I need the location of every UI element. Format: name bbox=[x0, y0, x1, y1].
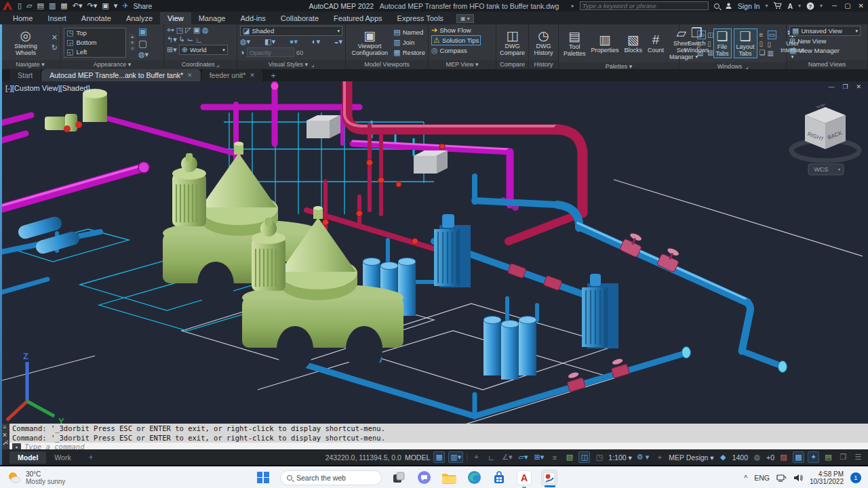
save-as-icon[interactable]: ▥ bbox=[49, 1, 56, 10]
ucs-previous-icon[interactable]: ↰▾ bbox=[167, 35, 177, 44]
command-drag-handle[interactable]: ≡ bbox=[3, 424, 7, 430]
ucs-world-icon[interactable]: ◳ bbox=[176, 26, 183, 35]
document-tab-feeder[interactable]: feeder unit*✕ bbox=[201, 69, 264, 81]
undo-icon[interactable]: ↶▾ bbox=[73, 1, 83, 10]
ucs-origin-icon[interactable]: ↳ bbox=[179, 35, 185, 44]
tab-view[interactable]: View bbox=[160, 12, 191, 24]
account-caret-icon[interactable]: ▾ bbox=[798, 3, 801, 9]
selection-cycling-icon[interactable]: ◫ bbox=[578, 451, 590, 463]
share-icon[interactable]: ✈ bbox=[122, 1, 128, 10]
ucs-suffix[interactable]: +0 bbox=[766, 453, 774, 462]
named-view-combo[interactable]: ▦ Unsaved View ▾ bbox=[789, 26, 861, 36]
isolate-objects-icon[interactable]: ▣ bbox=[138, 26, 149, 37]
visual-style-combo[interactable]: ◪ Shaded ▾ bbox=[240, 26, 342, 36]
tab-manage[interactable]: Manage bbox=[191, 12, 233, 24]
tab-annotate[interactable]: Annotate bbox=[74, 12, 119, 24]
materials-icon[interactable]: ●▾ bbox=[290, 37, 298, 46]
compass-button[interactable]: ◎Compass bbox=[431, 46, 467, 55]
tab-analyze[interactable]: Analyze bbox=[119, 12, 160, 24]
tab-insert[interactable]: Insert bbox=[40, 12, 74, 24]
close-tab2-icon[interactable]: ✕ bbox=[250, 72, 255, 79]
tab-featured-apps[interactable]: Featured Apps bbox=[326, 12, 390, 24]
share-button[interactable]: Share bbox=[133, 2, 152, 10]
appearance-panel-label[interactable]: Appearance ▾ bbox=[61, 60, 163, 69]
dynamic-ucs-icon[interactable]: ◳ bbox=[593, 451, 605, 463]
help-caret-icon[interactable]: ▾ bbox=[820, 3, 823, 9]
shadow-icon[interactable]: ◧▾ bbox=[264, 37, 275, 46]
annotation-add-icon[interactable]: ＋ bbox=[654, 451, 665, 463]
network-icon[interactable] bbox=[776, 474, 787, 482]
view-top-item[interactable]: ◳Top bbox=[64, 28, 125, 38]
tray-chevron-icon[interactable]: ^ bbox=[744, 474, 747, 482]
tile-horizontal-icon[interactable]: ≡ bbox=[760, 31, 766, 39]
file-tabs-toggle[interactable]: ❏File Tabs bbox=[713, 28, 732, 58]
close-tab-icon[interactable]: ✕ bbox=[187, 72, 193, 79]
viewport-close-icon[interactable]: ✕ bbox=[856, 83, 861, 90]
ucs-3point-icon[interactable]: ∟ bbox=[195, 36, 203, 44]
list-scroll-up-icon[interactable]: ▴ bbox=[129, 34, 136, 39]
tab-add-ins[interactable]: Add-ins bbox=[233, 12, 273, 24]
edge-browser-icon[interactable] bbox=[466, 470, 482, 486]
viewport-configuration-button[interactable]: ▣ Viewport Configuration bbox=[349, 28, 391, 57]
customization-menu-icon[interactable]: ☰ bbox=[852, 451, 864, 463]
autodesk-account-icon[interactable]: A bbox=[787, 2, 793, 10]
window-element-icon[interactable]: ▭ bbox=[768, 30, 776, 39]
ortho-icon[interactable]: ∟ bbox=[486, 451, 497, 463]
visual-style-sphere-icon[interactable]: ◍▾ bbox=[240, 37, 250, 46]
search-icon[interactable] bbox=[714, 3, 719, 9]
lighting-icon[interactable]: ◐▾ bbox=[312, 37, 320, 46]
work-layout-tab[interactable]: Work bbox=[46, 451, 79, 464]
viewport-restore-icon[interactable]: ❐ bbox=[842, 83, 848, 90]
autocad-logo-icon[interactable] bbox=[3, 1, 13, 10]
tool-palettes-button[interactable]: ▤Tool Palettes bbox=[561, 29, 588, 58]
save-icon[interactable]: ▤ bbox=[37, 1, 44, 10]
lineweight-icon[interactable]: ≡ bbox=[549, 451, 560, 463]
new-file-icon[interactable]: ▯ bbox=[18, 1, 22, 10]
microsoft-store-icon[interactable] bbox=[491, 470, 507, 486]
solution-tips-button[interactable]: ⚠Solution Tips bbox=[431, 35, 481, 45]
sun-status-icon[interactable]: ◒▾ bbox=[334, 37, 342, 46]
ucs-named-icon[interactable]: ⊞▾ bbox=[167, 45, 177, 54]
annotation-settings-gear-icon[interactable]: ⚙ ▾ bbox=[635, 451, 650, 463]
infer-constraints-icon[interactable]: ⌖ bbox=[471, 451, 482, 463]
tab-home[interactable]: Home bbox=[5, 12, 40, 24]
grid-icon[interactable]: ▦ bbox=[433, 451, 445, 463]
command-close-icon[interactable]: ✕ bbox=[2, 432, 7, 439]
pan-icon[interactable]: ✕ bbox=[52, 33, 58, 42]
performance-icon[interactable]: ▨ bbox=[778, 451, 789, 463]
visual-styles-panel-label[interactable]: Visual Styles ▾ ⌟ bbox=[237, 60, 345, 69]
document-tab-active[interactable]: Autocad MEP Transfe...ank to Buffer tank… bbox=[41, 69, 201, 81]
snap-icon[interactable]: ▥▾ bbox=[448, 451, 463, 463]
app-store-cart-icon[interactable] bbox=[773, 2, 782, 9]
workspace-icon[interactable]: ▣ bbox=[102, 1, 108, 10]
new-layout-button[interactable]: ＋ bbox=[79, 451, 103, 464]
sign-in-caret-icon[interactable]: ▾ bbox=[765, 3, 768, 9]
object-snap-icon[interactable]: ⊞▾ bbox=[533, 451, 546, 463]
weather-widget[interactable]: 30°C Mostly sunny bbox=[0, 470, 244, 485]
steering-wheels-button[interactable]: ◎ Steering Wheels bbox=[3, 28, 49, 57]
qat-customize-icon[interactable]: ▾ bbox=[114, 1, 118, 10]
edge-effects-icon[interactable]: ◍▾ bbox=[138, 50, 149, 59]
language-indicator[interactable]: ENG bbox=[754, 474, 770, 482]
maximize-button[interactable]: ▢ bbox=[844, 2, 850, 9]
taskbar-clock[interactable]: 4:58 PM 10/31/2022 bbox=[810, 470, 844, 485]
elevation-cube-icon[interactable]: ◆ bbox=[717, 451, 729, 463]
task-view-button[interactable] bbox=[391, 470, 407, 486]
tab-collaborate[interactable]: Collaborate bbox=[273, 12, 326, 24]
redo-icon[interactable]: ↷▾ bbox=[87, 1, 98, 10]
new-tab-button[interactable]: ＋ bbox=[269, 70, 277, 81]
list-scroll-more-icon[interactable]: ≡ bbox=[129, 46, 136, 51]
plot-icon[interactable]: ▦ bbox=[60, 1, 67, 10]
viewport-controls-label[interactable]: [-][Custom View][Shaded] bbox=[5, 84, 90, 92]
restore-viewports-button[interactable]: ▦Restore bbox=[393, 48, 425, 57]
volume-icon[interactable] bbox=[793, 474, 803, 482]
dwg-history-button[interactable]: ◷ DWG History bbox=[532, 28, 555, 57]
transparency-icon[interactable]: ▧ bbox=[564, 451, 575, 463]
polar-tracking-icon[interactable]: ∠▾ bbox=[500, 451, 513, 463]
help-search-box[interactable] bbox=[580, 1, 709, 10]
3d-model-canvas[interactable]: Z X Y RIGHT BACK TOP WCS ▾ bbox=[0, 81, 868, 424]
clean-screen-toggle-icon[interactable]: ❒ bbox=[837, 451, 849, 463]
start-button[interactable] bbox=[255, 470, 271, 486]
autocad-taskbar-icon[interactable]: A bbox=[516, 470, 532, 486]
coordinates-panel-label[interactable]: Coordinates ⌟ bbox=[164, 60, 237, 69]
